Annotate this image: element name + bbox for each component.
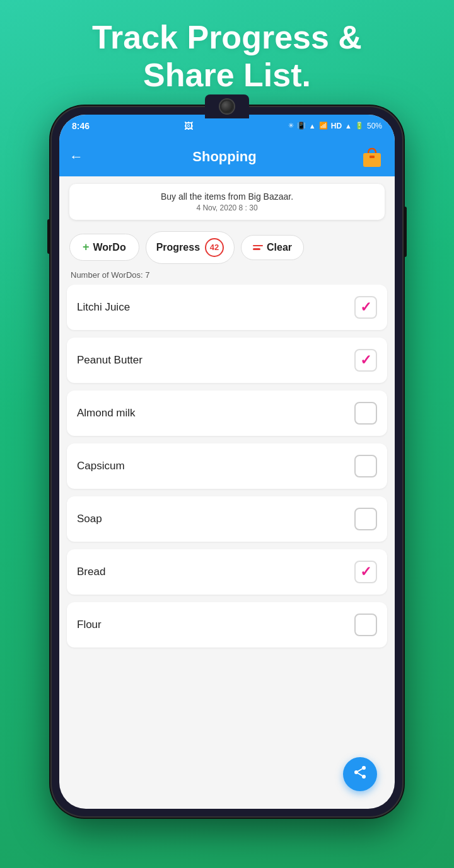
- wordo-button[interactable]: + WorDo: [69, 234, 139, 261]
- progress-label: Progress: [156, 242, 200, 253]
- vibrate-icon: 📳: [297, 122, 306, 130]
- app-bar: ← Shopping: [59, 137, 395, 176]
- clear-button[interactable]: Clear: [241, 235, 304, 260]
- camera-notch: [205, 94, 249, 118]
- checkmark-icon: ✓: [360, 300, 371, 314]
- clear-icon: [253, 245, 263, 250]
- phone-frame: 8:46 🖼 ✳ 📳 ▲ 📶 HD ▲ 🔋 50% ← Shopping: [50, 106, 404, 818]
- description-card: Buy all the items from Big Bazaar. 4 Nov…: [69, 184, 385, 220]
- item-name: Soap: [77, 513, 102, 525]
- headline: Track Progress & Share List.: [67, 19, 387, 94]
- item-checkbox[interactable]: [354, 508, 377, 530]
- back-button[interactable]: ←: [69, 149, 83, 165]
- camera-lens: [220, 100, 234, 113]
- item-checkbox[interactable]: [354, 455, 377, 477]
- wifi-icon: 📶: [319, 122, 328, 130]
- description-date: 4 Nov, 2020 8 : 30: [79, 203, 375, 212]
- checkmark-icon: ✓: [360, 565, 371, 579]
- checkmark-icon: ✓: [360, 353, 371, 367]
- item-checkbox[interactable]: [354, 402, 377, 425]
- wordo-label: WorDo: [93, 242, 126, 253]
- headline-line1: Track Progress &: [92, 19, 362, 55]
- app-title: Shopping: [90, 149, 359, 165]
- list-item: Flour: [67, 602, 387, 648]
- status-time: 8:46: [72, 121, 90, 131]
- volume-button: [47, 219, 50, 254]
- item-name: Flour: [77, 619, 102, 631]
- item-name: Almond milk: [77, 407, 136, 420]
- svg-rect-0: [363, 153, 381, 167]
- svg-line-6: [358, 768, 363, 771]
- list-item: Soap: [67, 496, 387, 542]
- shopping-bag-icon[interactable]: [359, 144, 385, 169]
- progress-count: 42: [210, 243, 219, 252]
- item-checkbox[interactable]: ✓: [354, 349, 377, 372]
- bluetooth-icon: ✳: [288, 122, 294, 130]
- action-row: + WorDo Progress 42 Clear: [59, 225, 395, 270]
- item-name: Capsicum: [77, 460, 125, 472]
- signal-icon: ▲: [309, 122, 316, 130]
- svg-rect-1: [370, 156, 375, 158]
- item-name: Litchi Juice: [77, 301, 130, 314]
- description-text: Buy all the items from Big Bazaar.: [79, 191, 375, 202]
- item-checkbox[interactable]: [354, 614, 377, 636]
- items-list: Litchi Juice✓Peanut Butter✓Almond milkCa…: [59, 285, 395, 809]
- hd-label: HD: [331, 122, 342, 130]
- bag-svg: [359, 144, 385, 169]
- svg-line-5: [358, 773, 363, 775]
- list-item: Capsicum: [67, 443, 387, 489]
- battery-icon: 🔋: [355, 122, 364, 130]
- headline-line2: Share List.: [143, 57, 311, 93]
- item-checkbox[interactable]: ✓: [354, 296, 377, 319]
- phone-screen: 8:46 🖼 ✳ 📳 ▲ 📶 HD ▲ 🔋 50% ← Shopping: [59, 115, 395, 809]
- status-photo-icon: 🖼: [184, 121, 193, 131]
- status-icons: ✳ 📳 ▲ 📶 HD ▲ 🔋 50%: [288, 122, 382, 130]
- list-item: Bread✓: [67, 549, 387, 595]
- svg-point-4: [362, 775, 366, 779]
- list-item: Peanut Butter✓: [67, 338, 387, 383]
- svg-point-2: [362, 766, 366, 770]
- list-item: Litchi Juice✓: [67, 285, 387, 330]
- item-checkbox[interactable]: ✓: [354, 561, 377, 583]
- clear-line-2: [253, 248, 260, 250]
- back-icon: ←: [69, 149, 83, 164]
- network-icon: ▲: [345, 122, 352, 130]
- clear-label: Clear: [267, 242, 292, 253]
- share-fab[interactable]: [343, 757, 377, 791]
- item-name: Peanut Butter: [77, 354, 143, 367]
- item-name: Bread: [77, 566, 105, 578]
- power-button: [404, 207, 407, 257]
- progress-badge: 42: [205, 238, 224, 257]
- progress-button[interactable]: Progress 42: [146, 231, 235, 264]
- plus-icon: +: [83, 241, 90, 254]
- list-item: Almond milk: [67, 391, 387, 436]
- clear-line-1: [253, 245, 263, 247]
- svg-point-3: [354, 770, 358, 774]
- battery-percent: 50%: [367, 122, 382, 130]
- share-icon: [352, 765, 368, 784]
- counter-label: Number of WorDos: 7: [59, 270, 395, 285]
